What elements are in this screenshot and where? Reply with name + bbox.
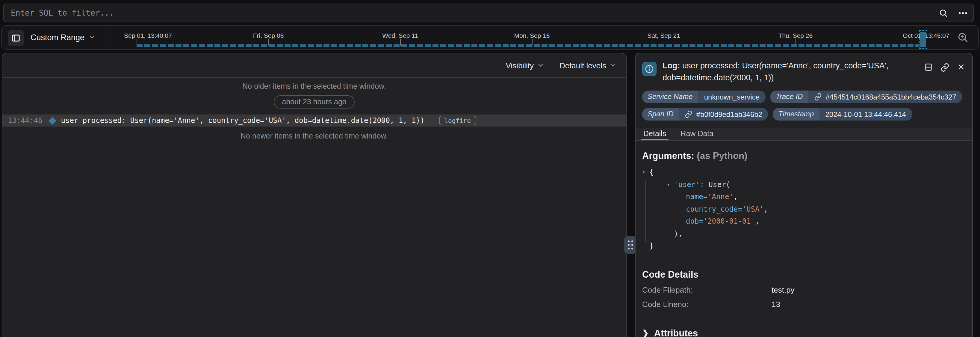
detail-header: Log: user processed: User(name='Anne', c… <box>636 53 972 83</box>
tab-details[interactable]: Details <box>643 128 666 140</box>
code-lineno-label: Code Lineno: <box>642 300 772 308</box>
link-icon <box>814 93 822 101</box>
sql-filter-wrap <box>3 3 974 22</box>
log-level-icon <box>49 117 56 124</box>
arguments-subheading: (as Python) <box>697 150 748 161</box>
badge-label: Timestamp <box>773 108 819 121</box>
timestamp-badge: Timestamp 2024-10-01 13:44:46.414 <box>773 108 912 121</box>
default-levels-label: Default levels <box>560 61 606 70</box>
badge-value: #b0f0d9ed1ab346b2 <box>696 111 762 118</box>
timeline-label: Mon, Sep 16 <box>514 32 550 39</box>
timeline-histogram <box>137 45 919 47</box>
log-list-header: Visibility Default levels <box>2 53 626 78</box>
log-row-time: 13:44:46 <box>8 116 43 125</box>
close-icon[interactable] <box>957 63 965 71</box>
code-lineno-value: 13 <box>772 300 780 308</box>
info-level-icon <box>642 62 657 76</box>
detail-title-text: user processed: User(name='Anne', countr… <box>662 61 889 82</box>
timeline-label: Thu, Sep 26 <box>778 32 813 39</box>
trace-id-badge[interactable]: Trace ID #454514c0168a455a51bb4ceba354c3… <box>770 91 963 103</box>
code-details-heading: Code Details <box>642 269 965 280</box>
timeline-label: Sat, Sep 21 <box>647 32 680 39</box>
log-detail-panel: Log: user processed: User(name='Anne', c… <box>635 53 973 337</box>
detail-badges: Service Name unknown_service Trace ID #4… <box>636 83 972 121</box>
arguments-code-tree: ▾{ ▾'user': User( name='Anne', country_c… <box>642 166 965 252</box>
code-filepath-row: Code Filepath: test.py <box>642 285 965 294</box>
arguments-heading: Arguments: (as Python) <box>642 150 965 161</box>
split-view-icon[interactable] <box>924 63 933 71</box>
timeline-selection-box[interactable] <box>919 30 927 49</box>
visibility-label: Visibility <box>506 61 533 70</box>
chevron-down-icon <box>537 61 544 70</box>
time-ago-badge[interactable]: about 23 hours ago <box>274 95 355 109</box>
detail-title: Log: user processed: User(name='Anne', c… <box>662 60 921 83</box>
chevron-right-icon: ❯ <box>642 329 649 337</box>
collapse-icon[interactable]: ▾ <box>667 178 674 191</box>
copy-link-icon[interactable] <box>940 63 950 72</box>
code-filepath-label: Code Filepath: <box>642 285 772 294</box>
visibility-dropdown[interactable]: Visibility <box>506 61 544 70</box>
logfire-app: Custom Range Sep 01, 13:40:07 Fri, Sep 0… <box>0 0 980 337</box>
badge-label: Span ID <box>642 108 679 121</box>
code-lineno-row: Code Lineno: 13 <box>642 300 965 308</box>
topbar <box>0 0 980 25</box>
timeline-label-start: Sep 01, 13:40:07 <box>124 32 172 39</box>
timeline-label: Fri, Sep 06 <box>253 32 284 39</box>
detail-title-prefix: Log: <box>662 61 680 70</box>
log-row[interactable]: 13:44:46 user processed: User(name='Anne… <box>2 114 626 127</box>
no-newer-items-message: No newer items in the selected time wind… <box>2 132 626 140</box>
grip-dots-icon <box>628 240 633 249</box>
code-line: dob='2000-01-01', <box>642 215 965 228</box>
collapse-icon[interactable]: ▾ <box>642 166 649 178</box>
code-line: ▾{ <box>642 166 965 178</box>
service-name-badge: Service Name unknown_service <box>642 91 765 103</box>
log-row-message: user processed: User(name='Anne', countr… <box>61 116 425 125</box>
timeline-bar: Custom Range Sep 01, 13:40:07 Fri, Sep 0… <box>1 25 979 50</box>
code-line: } <box>642 240 965 252</box>
sql-filter-input[interactable] <box>3 3 974 22</box>
code-details-section: Code Details Code Filepath: test.py Code… <box>642 269 965 308</box>
code-filepath-value: test.py <box>772 285 795 294</box>
default-levels-dropdown[interactable]: Default levels <box>560 61 616 70</box>
badge-value: unknown_service <box>698 91 765 103</box>
code-line: country_code='USA', <box>642 203 965 215</box>
code-line: ▾'user': User( <box>642 178 965 191</box>
link-icon <box>685 110 693 118</box>
badge-value: #454514c0168a455a51bb4ceba354c327 <box>826 93 956 101</box>
badge-label: Trace ID <box>770 91 808 103</box>
code-line: name='Anne', <box>642 191 965 203</box>
attributes-heading: Attributes <box>654 328 698 337</box>
log-row-tag[interactable]: logfire <box>439 116 476 125</box>
timeline-label: Wed, Sep 11 <box>382 32 418 39</box>
detail-content: Arguments: (as Python) ▾{ ▾'user': User(… <box>636 141 972 337</box>
no-older-items-message: No older items in the selected time wind… <box>2 82 626 91</box>
badge-value: 2024-10-01 13:44:46.414 <box>819 108 912 121</box>
more-options-icon[interactable] <box>958 8 968 18</box>
search-icon[interactable] <box>939 8 948 18</box>
attributes-toggle[interactable]: ❯ Attributes <box>642 328 965 337</box>
timeline-plot[interactable]: Sep 01, 13:40:07 Fri, Sep 06 Wed, Sep 11… <box>2 26 978 49</box>
log-list-panel: Visibility Default levels No older items… <box>2 53 627 337</box>
code-line: ), <box>642 228 965 240</box>
span-id-badge[interactable]: Span ID #b0f0d9ed1ab346b2 <box>642 108 768 121</box>
badge-label: Service Name <box>642 91 698 103</box>
chevron-down-icon <box>610 61 616 70</box>
tab-raw-data[interactable]: Raw Data <box>681 128 713 140</box>
detail-tabs: Details Raw Data <box>636 128 972 141</box>
zoom-in-icon[interactable] <box>957 32 969 43</box>
